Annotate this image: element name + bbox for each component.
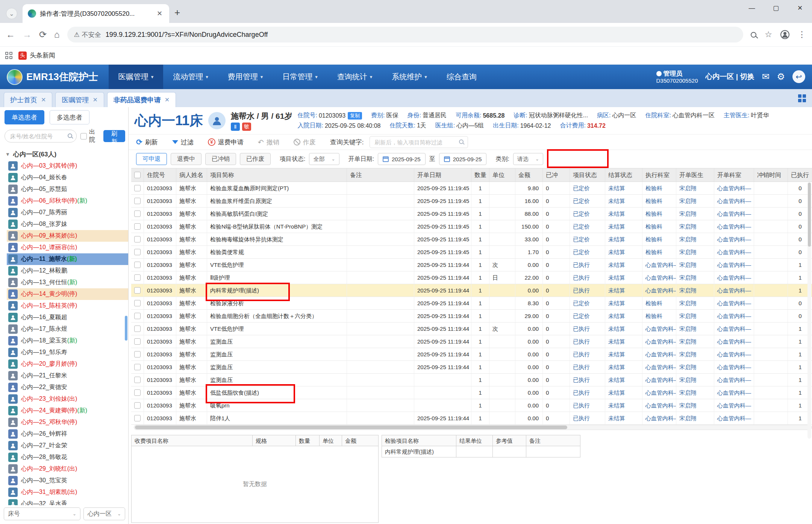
- sidebar-refresh-button[interactable]: 刷新: [103, 130, 125, 142]
- patient-list-item[interactable]: 心内—10_谭丽容(出): [7, 242, 128, 253]
- checkbox[interactable]: [134, 351, 141, 357]
- undo-button[interactable]: ↶ 撤销: [258, 138, 279, 147]
- keyword-input[interactable]: [370, 136, 468, 148]
- refresh-button[interactable]: ⟳ 刷新: [136, 138, 158, 147]
- table-row[interactable]: 01203093施帮水Ⅱ级护理2025-09-25 11:19:441日22.0…: [131, 271, 812, 284]
- mail-icon[interactable]: ✉: [762, 71, 769, 82]
- layout-grid-icon[interactable]: [798, 94, 806, 102]
- table-row[interactable]: 01203093施帮水VTE低危护理2025-09-25 11:19:441次0…: [131, 323, 812, 335]
- apps-grid-icon[interactable]: [5, 52, 12, 59]
- bookmark-item[interactable]: 头 头条新闻: [18, 51, 55, 60]
- checkbox[interactable]: [134, 211, 141, 217]
- user-block[interactable]: 管理员 D350702005520: [656, 70, 698, 84]
- security-chip[interactable]: ⚠ 不安全: [74, 30, 101, 39]
- patient-list-item[interactable]: 心内—04_姬长春: [7, 172, 128, 183]
- patient-list-item[interactable]: 心内—07_陈秀丽: [7, 207, 128, 218]
- close-icon[interactable]: ✕: [92, 96, 97, 103]
- nav-item[interactable]: 流动管理▾: [163, 65, 218, 89]
- ward-tree-root[interactable]: ▼ 心内一区(63人): [0, 147, 128, 160]
- ward-select[interactable]: 心内一区 ⌄: [83, 507, 125, 520]
- switch-link[interactable]: 切换: [740, 73, 754, 80]
- checkbox[interactable]: [134, 274, 141, 281]
- search-icon[interactable]: [751, 32, 756, 38]
- back-icon[interactable]: ←: [6, 29, 15, 40]
- checkbox[interactable]: [134, 249, 141, 255]
- state-filter-button[interactable]: 可申退: [136, 153, 167, 165]
- table-row[interactable]: 01203093施帮水低盐低脂饮食(描述)10.000已执行未结算心血管内科—宋…: [131, 386, 812, 399]
- checkbox[interactable]: [134, 262, 141, 268]
- patient-list-item[interactable]: 心内—22_黄德安: [7, 382, 128, 393]
- settings-gear-icon[interactable]: ⚙: [777, 71, 785, 82]
- patient-list-item[interactable]: 心内—23_刘俭妹(出): [7, 393, 128, 405]
- close-button[interactable]: ✕: [788, 0, 812, 17]
- patient-list-item[interactable]: 心内—30_范宝英: [7, 475, 128, 486]
- checkbox[interactable]: [134, 223, 141, 230]
- table-row[interactable]: 01203093施帮水检验梅毒螺旋体特异抗体测定2025-09-25 11:19…: [131, 233, 812, 246]
- checkbox[interactable]: [134, 338, 141, 345]
- patient-search-input[interactable]: [5, 130, 77, 142]
- scrollbar-thumb[interactable]: [135, 426, 567, 429]
- patient-list-item[interactable]: 心内—17_陈永煜: [7, 323, 128, 335]
- work-tab[interactable]: 护士首页✕: [4, 92, 52, 107]
- refund-apply-button[interactable]: ¥ 退费申请: [208, 138, 244, 147]
- void-button[interactable]: 作废: [294, 138, 316, 147]
- table-row[interactable]: 01203093施帮水检验粪便常规2025-09-25 11:19:4511.7…: [131, 246, 812, 259]
- table-row[interactable]: 01203093施帮水检验N端-B型钠尿肽前体（NT-ProBNP）测定2025…: [131, 220, 812, 233]
- table-row[interactable]: 01203093施帮水监测血压2025-09-25 11:19:4410.000…: [131, 348, 812, 361]
- patient-list-item[interactable]: 心内—14_黄少明(停): [7, 288, 128, 300]
- patient-list-item[interactable]: 心内—20_廖月娇(停): [7, 358, 128, 370]
- patient-list-item[interactable]: 心内—08_张罗妹: [7, 218, 128, 230]
- state-filter-button[interactable]: 退费中: [171, 153, 201, 165]
- return-icon[interactable]: ↩: [792, 70, 805, 83]
- checkbox[interactable]: [134, 377, 141, 383]
- maximize-button[interactable]: ▢: [764, 0, 788, 17]
- work-tab[interactable]: 医嘱管理✕: [55, 92, 104, 107]
- table-row[interactable]: 01203093施帮水检验血浆凝血酶原时间测定(PT)2025-09-25 11…: [131, 182, 812, 195]
- nav-item[interactable]: 系统维护▾: [382, 65, 437, 89]
- bed-select[interactable]: 床号 ⌄: [4, 507, 80, 520]
- checkbox[interactable]: [134, 172, 141, 178]
- nav-item[interactable]: 综合查询: [437, 65, 486, 89]
- horizontal-scrollbar[interactable]: [134, 425, 812, 430]
- checkbox[interactable]: [134, 236, 141, 242]
- table-row[interactable]: 01203093施帮水内科常规护理(描述)2025-09-25 11:19:44…: [131, 284, 812, 297]
- patient-list-item[interactable]: 心内—06_邱秋华(停)(新): [7, 195, 128, 207]
- patient-list-item[interactable]: 心内—05_苏慧茹: [7, 183, 128, 195]
- minimize-button[interactable]: —: [740, 0, 764, 17]
- multi-patient-button[interactable]: 多选患者: [50, 110, 89, 124]
- home-icon[interactable]: ⌂: [54, 29, 60, 40]
- item-status-select[interactable]: 全部 ⌄: [309, 153, 339, 165]
- sidebar-scrollbar[interactable]: [125, 316, 127, 341]
- patient-list-item[interactable]: 心内—13_何仕恒(新): [7, 277, 128, 288]
- new-tab-button[interactable]: +: [174, 7, 180, 18]
- table-row[interactable]: 内科常规护理(描述): [382, 446, 580, 457]
- table-row[interactable]: 01203093施帮水检验血细胞分析（全血细胞计数＋六分类）2025-09-25…: [131, 310, 812, 323]
- tab-close-icon[interactable]: ✕: [155, 9, 164, 18]
- nav-item[interactable]: 费用管理▾: [218, 65, 273, 89]
- checkbox[interactable]: [134, 389, 141, 396]
- checkbox[interactable]: [134, 313, 141, 319]
- table-row[interactable]: 01203093施帮水监测血压10.000已执行未结算心血管内科—宋启翔心血管内…: [131, 374, 812, 386]
- close-icon[interactable]: ✕: [41, 96, 46, 103]
- discharge-filter[interactable]: 出院: [80, 128, 100, 144]
- patient-list-item[interactable]: 心内—15_陈桂英(停): [7, 300, 128, 312]
- patient-list-item[interactable]: 心内—24_黄建卿(停)(新): [7, 405, 128, 416]
- scrollbar-thumb[interactable]: [808, 183, 811, 247]
- patient-list-item[interactable]: 心内—19_邹乐寿: [7, 347, 128, 358]
- nav-item[interactable]: 查询统计▾: [327, 65, 382, 89]
- table-row[interactable]: 01203093施帮水监测血压2025-09-25 11:19:4410.000…: [131, 361, 812, 374]
- patient-list-item[interactable]: 心内—31_胡素凯(出): [7, 486, 128, 498]
- table-row[interactable]: 01203093施帮水检验高敏肌钙蛋白I测定2025-09-25 11:19:4…: [131, 207, 812, 220]
- profile-icon[interactable]: [780, 30, 789, 39]
- patient-list-item[interactable]: 心内—03_刘其铃(停): [7, 160, 128, 172]
- date-from-input[interactable]: 2025-09-25: [378, 153, 426, 165]
- reload-icon[interactable]: ⟳: [39, 29, 47, 40]
- table-row[interactable]: 01203093施帮水监测血压2025-09-25 11:19:4410.000…: [131, 335, 812, 348]
- patient-list-item[interactable]: 心内—11_施帮水(新): [7, 253, 128, 265]
- patient-list-item[interactable]: 心内—12_林毅鹏: [7, 265, 128, 277]
- browser-profile-icon[interactable]: ⌄: [6, 8, 17, 19]
- checkbox[interactable]: [134, 300, 141, 306]
- patient-list-item[interactable]: 心内—16_夏颖超: [7, 312, 128, 323]
- patient-list-item[interactable]: 心内—18_梁玉英(新): [7, 335, 128, 347]
- forward-icon[interactable]: →: [23, 29, 32, 40]
